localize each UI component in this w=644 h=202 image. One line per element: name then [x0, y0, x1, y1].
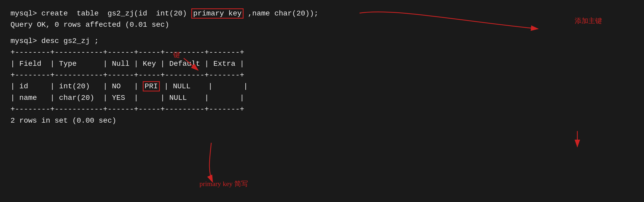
- shorthand-label: primary key 简写: [199, 179, 248, 188]
- table-row-name: | name | char(20) | YES | | NULL | |: [10, 92, 634, 103]
- table-row-id: | id | int(20) | NO | PRI | NULL | |: [10, 81, 634, 92]
- add-primary-key-label: 添加主键: [575, 16, 602, 25]
- table-divider-mid: +--------+-----------+------+-----+-----…: [10, 69, 634, 81]
- query-result: Query OK, 0 rows affected (0.01 sec): [10, 19, 634, 30]
- desc-cmd: mysql> desc gs2_zj ;: [10, 35, 634, 47]
- rows-result: 2 rows in set (0.00 sec): [10, 115, 634, 126]
- pri-highlight: PRI: [143, 81, 160, 91]
- table-header: | Field | Type | Null | Key | Default | …: [10, 58, 634, 69]
- cmd-line-1: mysql> create table gs2_zj(id int(20) pr…: [10, 8, 634, 19]
- table-divider-bottom: +--------+-----------+------+-----+-----…: [10, 103, 634, 115]
- jian-label: 键: [173, 50, 180, 59]
- primary-key-highlight: primary key: [191, 8, 244, 19]
- table-divider-top: +--------+-----------+------+-----+-----…: [10, 47, 634, 58]
- pri-shorthand-arrow: [209, 143, 213, 182]
- terminal: mysql> create table gs2_zj(id int(20) pr…: [0, 0, 644, 202]
